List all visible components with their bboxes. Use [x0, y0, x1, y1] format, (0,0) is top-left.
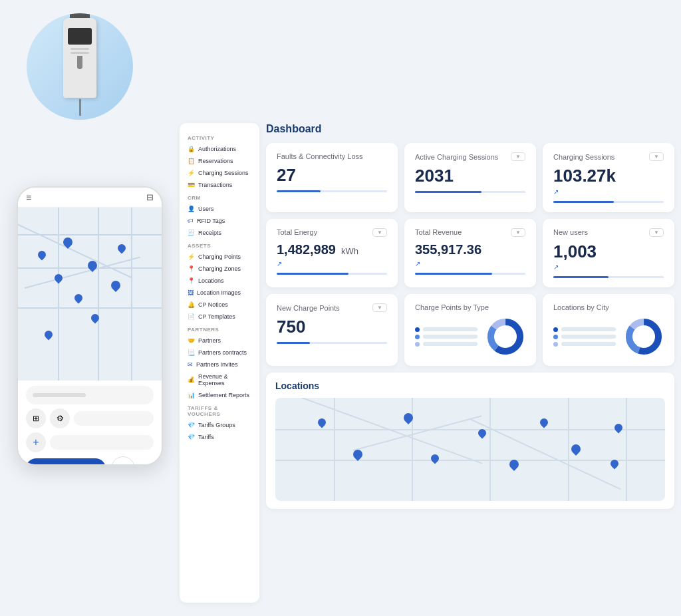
phone-scan-button[interactable]: ⊞ Scan — [26, 458, 106, 466]
sidebar-item-users[interactable]: 👤 Users — [185, 203, 254, 215]
donut-legend-city — [553, 327, 616, 347]
card-total-revenue-dropdown[interactable]: ▼ — [511, 228, 525, 237]
lock-icon: 🔒 — [188, 146, 195, 152]
phone-mockup: ≡ ⊟ — [17, 186, 163, 466]
sidebar-item-cp-notices[interactable]: 🔔 CP Notices — [185, 299, 254, 311]
sidebar-item-charging-zones[interactable]: 📍 Charging Zones — [185, 263, 254, 275]
sidebar-item-location-images[interactable]: 🖼 Location Images — [185, 287, 254, 299]
card-new-charge-points-value: 750 — [277, 317, 387, 337]
charger-cable — [79, 99, 81, 116]
sidebar-item-transactions[interactable]: 💳 Transactions — [185, 179, 254, 191]
sidebar-item-rfid[interactable]: 🏷 RFID Tags — [185, 215, 254, 227]
sidebar-item-tariffs-groups[interactable]: 💎 Tariffs Groups — [185, 419, 254, 431]
card-new-users-dropdown[interactable]: ▼ — [649, 228, 664, 237]
card-new-charge-points-header: New Charge Points ▼ — [277, 303, 387, 312]
sidebar-item-charging-points[interactable]: ⚡ Charging Points — [185, 251, 254, 263]
legend-row — [415, 342, 477, 347]
dropdown-text: ▼ — [515, 154, 521, 160]
map-pin — [38, 251, 46, 259]
sidebar-item-settlement[interactable]: 📊 Settlement Reports — [185, 389, 254, 401]
sidebar-item-label: RFID Tags — [197, 218, 225, 224]
phone-menu-icon[interactable]: ≡ — [26, 192, 31, 203]
dropdown-text: ▼ — [654, 230, 659, 235]
sidebar-item-label: Partners — [198, 337, 221, 344]
legend-dot-1 — [553, 327, 558, 332]
donut-chart-type — [485, 317, 525, 357]
phone-bar-2 — [50, 435, 154, 450]
sidebar-item-revenue[interactable]: 💰 Revenue & Expenses — [185, 371, 254, 389]
card-total-energy-dropdown[interactable]: ▼ — [372, 228, 387, 237]
card-faults: Faults & Connectivity Loss 27 — [266, 143, 398, 212]
phone-search-bar — [26, 386, 154, 404]
notice-icon: 🔔 — [188, 301, 195, 308]
phone-icon-settings[interactable]: ⚙ — [50, 408, 70, 428]
sidebar-item-label: Transactions — [198, 182, 232, 188]
loc-pin-4 — [431, 454, 439, 462]
card-new-users-trend — [553, 276, 664, 278]
card-active-sessions-dropdown[interactable]: ▼ — [511, 152, 525, 161]
card-active-sessions-title: Active Charging Sessions — [415, 153, 498, 161]
sidebar-item-receipts[interactable]: 🧾 Receipts — [185, 227, 254, 239]
card-total-revenue-header: Total Revenue ▼ — [415, 228, 525, 237]
trend-fill — [415, 273, 492, 275]
sidebar-item-cp-templates[interactable]: 📄 CP Templates — [185, 311, 254, 323]
sidebar-item-authorizations[interactable]: 🔒 Authorizations — [185, 143, 254, 155]
locations-section: Locations — [266, 373, 674, 509]
dashboard-container: ACTIVITY 🔒 Authorizations 📋 Reservations… — [180, 123, 674, 603]
sidebar: ACTIVITY 🔒 Authorizations 📋 Reservations… — [180, 123, 259, 603]
phone-filter-icon[interactable]: ⊟ — [146, 192, 154, 202]
map-diagonal — [18, 208, 162, 381]
map-pin — [91, 314, 99, 322]
donut-card-city — [553, 317, 664, 357]
phone-icons-row: ⊞ ⚙ — [26, 408, 154, 428]
card-faults-title: Faults & Connectivity Loss — [277, 152, 363, 160]
phone-add-button[interactable]: + — [26, 432, 46, 452]
sidebar-item-label: Authorizations — [198, 146, 236, 152]
sidebar-section-assets: ASSETS — [185, 239, 254, 251]
card-active-sessions-value: 2031 — [415, 166, 525, 186]
card-new-charge-points-trend — [277, 342, 387, 344]
template-icon: 📄 — [188, 313, 195, 320]
card-new-charge-points-dropdown[interactable]: ▼ — [372, 303, 387, 312]
main-content: Dashboard Faults & Connectivity Loss 27 … — [266, 123, 674, 603]
legend-dot-1 — [415, 327, 420, 332]
cp-icon: ⚡ — [188, 253, 195, 260]
card-charging-sessions: Charging Sessions ▼ 103.27k ↗ — [543, 143, 674, 212]
invite-icon: ✉ — [188, 361, 193, 368]
card-total-revenue-title: Total Revenue — [415, 228, 462, 236]
phone-icon-grid[interactable]: ⊞ — [26, 408, 46, 428]
locations-map — [275, 398, 665, 501]
trend-fill — [553, 201, 614, 203]
tariff-icon: 💎 — [188, 434, 195, 440]
card-faults-trend — [277, 190, 387, 192]
phone-heart-button[interactable]: ♡ — [111, 456, 135, 466]
phone-map-area — [18, 208, 162, 381]
card-new-users-header: New users ▼ — [553, 228, 664, 237]
card-charging-sessions-value: 103.27k — [553, 166, 664, 186]
charger-circle — [27, 13, 133, 120]
map-diagonals — [275, 398, 665, 501]
card-active-sessions-header: Active Charging Sessions ▼ — [415, 152, 525, 161]
sidebar-item-partners[interactable]: 🤝 Partners — [185, 335, 254, 347]
sidebar-item-locations[interactable]: 📍 Locations — [185, 275, 254, 287]
sidebar-item-tariffs[interactable]: 💎 Tariffs — [185, 431, 254, 443]
donut-legend-type — [415, 327, 477, 347]
card-charging-sessions-trend — [553, 201, 664, 203]
map-pin — [45, 331, 53, 339]
scan-label: Scan — [51, 464, 71, 466]
legend-row — [415, 327, 477, 332]
sidebar-item-charging-sessions[interactable]: ⚡ Charging Sessions — [185, 167, 254, 179]
card-charging-sessions-title: Charging Sessions — [553, 153, 614, 161]
locations-title: Locations — [275, 381, 665, 391]
sidebar-section-crm: CRM — [185, 191, 254, 203]
sidebar-item-reservations[interactable]: 📋 Reservations — [185, 155, 254, 167]
sidebar-item-partners-invites[interactable]: ✉ Partners Invites — [185, 359, 254, 371]
card-charging-sessions-dropdown[interactable]: ▼ — [649, 152, 664, 161]
loc-pin-5 — [478, 429, 486, 437]
sidebar-item-partners-contracts[interactable]: 📃 Partners contracts — [185, 347, 254, 359]
sidebar-item-label: Revenue & Expenses — [198, 373, 251, 386]
dropdown-text: ▼ — [654, 154, 659, 160]
legend-bar-1 — [423, 327, 477, 331]
stats-grid: Faults & Connectivity Loss 27 Active Cha… — [266, 143, 674, 366]
legend-row — [553, 335, 616, 339]
